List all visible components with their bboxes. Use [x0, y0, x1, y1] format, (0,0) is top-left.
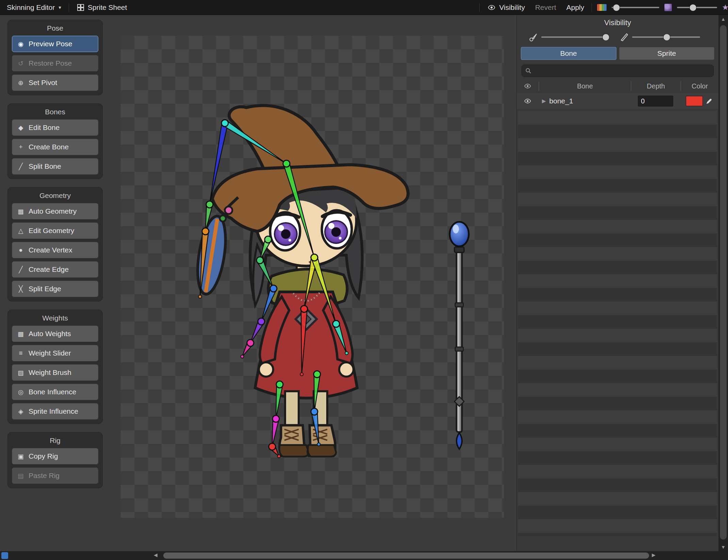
set-pivot-label: Set Pivot [29, 79, 57, 87]
expand-triangle-icon[interactable]: ▶ [542, 98, 546, 104]
skinning-editor-menu[interactable]: Skinning Editor ▾ [4, 2, 64, 13]
split-edge-button[interactable]: ╳ Split Edge [12, 281, 98, 297]
bone-search-field[interactable] [522, 65, 714, 77]
staff-sprite [439, 218, 480, 456]
auto-geometry-label: Auto Geometry [29, 207, 77, 215]
eye-icon [487, 4, 496, 11]
mesh-opacity-slider-handle[interactable] [663, 34, 670, 41]
weights-group-title: Weights [12, 314, 98, 322]
bone-opacity-slider[interactable] [541, 36, 609, 38]
split-bone-label: Split Bone [29, 162, 61, 170]
depth-column-header[interactable]: Depth [631, 81, 680, 91]
auto-geometry-button[interactable]: ▦ Auto Geometry [12, 203, 98, 219]
geometry-group: Geometry ▦ Auto Geometry △ Edit Geometry… [7, 187, 103, 301]
skinning-editor-window: Skinning Editor ▾ Sprite Sheet [0, 0, 728, 560]
visibility-toggle-button[interactable]: Visibility [484, 2, 527, 13]
revert-label: Revert [535, 3, 556, 12]
create-edge-icon: ╱ [16, 266, 25, 274]
edit-bone-button[interactable]: ◆ Edit Bone [12, 119, 98, 136]
geometry-group-title: Geometry [12, 192, 98, 200]
search-icon [525, 68, 531, 74]
sprite-influence-button[interactable]: ◈ Sprite Influence [12, 403, 98, 419]
visibility-panel-title: Visibility [517, 18, 718, 27]
mesh-opacity-slider[interactable] [632, 36, 700, 38]
weight-slider-button[interactable]: ≡ Weight Slider [12, 345, 98, 361]
scroll-right-arrow[interactable]: ▶ [652, 552, 656, 558]
bone-influence-label: Bone Influence [29, 388, 76, 396]
sprite-influence-icon: ◈ [16, 408, 25, 415]
bones-group-title: Bones [12, 108, 98, 116]
bone-column-header[interactable]: Bone [539, 81, 631, 91]
apply-label: Apply [566, 3, 584, 12]
paste-rig-icon: ▤ [16, 472, 25, 480]
texture-icon[interactable] [664, 3, 672, 12]
bone-outline-icon [620, 33, 629, 42]
horizontal-scrollbar[interactable]: ◀ ▶ [0, 551, 728, 560]
sprite-sheet-label: Sprite Sheet [88, 3, 127, 12]
weight-brush-icon: ▨ [16, 369, 25, 377]
bone-table-header: Bone Depth Color [517, 79, 718, 93]
corner-handle[interactable] [1, 552, 8, 559]
revert-button[interactable]: Revert [532, 2, 559, 13]
edit-geometry-label: Edit Geometry [29, 227, 74, 235]
preview-pose-icon: ◉ [16, 40, 25, 48]
visibility-toggle-label: Visibility [499, 3, 525, 12]
set-pivot-button[interactable]: ⊕ Set Pivot [12, 75, 98, 91]
table-row-bone-1[interactable]: ▶ bone_1 [517, 93, 718, 109]
bone-list-empty-rows [518, 111, 717, 536]
split-bone-button[interactable]: ╱ Split Bone [12, 158, 98, 175]
tools-panel: Pose ◉ Preview Pose ↺ Restore Pose ⊕ Set… [7, 20, 103, 496]
depth-input[interactable] [638, 96, 673, 106]
preview-pose-button[interactable]: ◉ Preview Pose [12, 36, 98, 52]
edit-bone-icon: ◆ [16, 124, 25, 132]
apply-button[interactable]: Apply [564, 2, 587, 13]
auto-weights-icon: ▩ [16, 330, 25, 338]
create-bone-button[interactable]: + Create Bone [12, 139, 98, 155]
search-input[interactable] [534, 67, 710, 75]
bone-opacity-slider-handle[interactable] [602, 34, 610, 41]
rig-group-title: Rig [12, 437, 98, 445]
edit-geometry-button[interactable]: △ Edit Geometry [12, 223, 98, 239]
scroll-down-arrow[interactable]: ▼ [721, 544, 726, 550]
weight-brush-button[interactable]: ▨ Weight Brush [12, 364, 98, 381]
scroll-up-arrow[interactable]: ▲ [721, 16, 726, 22]
visibility-tabs: Bone Sprite [517, 44, 718, 61]
visibility-sliders [517, 29, 718, 44]
color-column-header[interactable]: Color [680, 81, 718, 91]
auto-weights-button[interactable]: ▩ Auto Weights [12, 326, 98, 342]
tab-sprite[interactable]: Sprite [619, 47, 715, 60]
sprite-influence-label: Sprite Influence [29, 407, 78, 415]
sprite-sheet-button[interactable]: Sprite Sheet [74, 2, 130, 13]
create-edge-button[interactable]: ╱ Create Edge [12, 261, 98, 278]
edit-bone-label: Edit Bone [29, 123, 60, 132]
bone-color-swatch[interactable] [686, 96, 703, 106]
create-edge-label: Create Edge [29, 265, 69, 274]
staff-gem [457, 433, 462, 449]
zoom-slider-handle[interactable] [690, 4, 697, 11]
paste-rig-button: ▤ Paste Rig [12, 467, 98, 484]
toolbar-separator [479, 3, 480, 12]
right-boot [308, 425, 336, 457]
split-edge-icon: ╳ [16, 285, 25, 293]
eyedropper-icon[interactable] [706, 97, 713, 105]
palette-icon[interactable] [597, 4, 607, 11]
bone-influence-button[interactable]: ◎ Bone Influence [12, 384, 98, 400]
vertical-scrollbar-thumb[interactable] [720, 25, 727, 540]
zoom-slider[interactable] [677, 7, 717, 8]
create-vertex-icon: ● [16, 246, 25, 254]
staff-orb [450, 222, 469, 246]
brightness-slider[interactable] [612, 7, 659, 8]
visibility-panel: Visibility Bo [516, 15, 718, 551]
create-vertex-button[interactable]: ● Create Vertex [12, 242, 98, 258]
chevron-down-icon: ▾ [59, 4, 61, 11]
horizontal-scrollbar-thumb[interactable] [163, 553, 649, 559]
tab-bone[interactable]: Bone [521, 47, 616, 60]
auto-geometry-icon: ▦ [16, 208, 25, 215]
scroll-left-arrow[interactable]: ◀ [154, 552, 158, 558]
brightness-slider-handle[interactable] [613, 4, 620, 11]
paste-rig-label: Paste Rig [29, 472, 60, 480]
row-visibility-eye-icon[interactable] [524, 98, 532, 104]
copy-rig-button[interactable]: ▣ Copy Rig [12, 448, 98, 464]
vertical-scrollbar[interactable]: ▲ ▼ [718, 15, 728, 551]
tab-sprite-label: Sprite [657, 49, 676, 57]
